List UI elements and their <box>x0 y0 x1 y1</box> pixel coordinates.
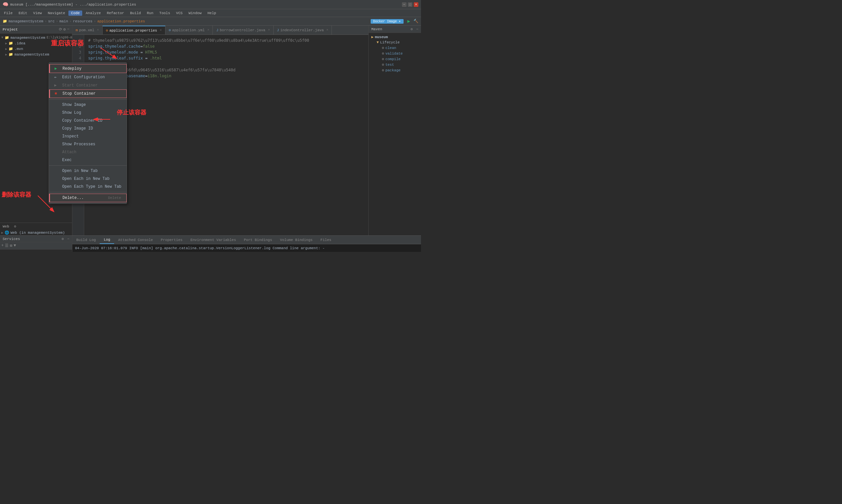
breadcrumb-resources[interactable]: resources <box>73 19 92 23</box>
log-tab-console[interactable]: Attached Console <box>114 236 157 244</box>
tab-yml-label: application.yml <box>172 28 204 32</box>
services-settings-icon[interactable]: ⚙ <box>61 237 64 241</box>
menu-run[interactable]: Run <box>144 11 156 16</box>
ctx-open-each-new-tab[interactable]: Open Each in New Tab <box>49 175 127 183</box>
menu-edit[interactable]: Edit <box>16 11 30 16</box>
menu-view[interactable]: View <box>31 11 44 16</box>
maven-compile[interactable]: ⚙ compile <box>374 56 421 62</box>
svc-filter-icon[interactable]: ▼ <box>14 243 16 248</box>
tree-idea[interactable]: ▶ 📁 .idea <box>0 40 72 46</box>
tab-pom-label: pom.xml <box>79 28 94 32</box>
settings-icon[interactable]: ⚙ <box>64 27 66 32</box>
maven-project-item[interactable]: ▶ museum <box>369 34 421 40</box>
menu-vcs[interactable]: VCS <box>173 11 185 16</box>
maven-close-icon[interactable]: − <box>416 27 418 31</box>
ctx-open-each-type[interactable]: Open Each Type in New Tab <box>49 183 127 191</box>
log-tab-env[interactable]: Environment Variables <box>186 236 240 244</box>
tree-root[interactable]: ▼ 📁 managementSystem E:\lyking90-ma <box>0 35 72 40</box>
ctx-copy-image-id[interactable]: Copy Image ID <box>49 125 127 132</box>
menu-file[interactable]: File <box>1 11 15 16</box>
tab-borrow-icon: J <box>216 28 218 32</box>
menu-bar: File Edit View Navigate Code Analyze Ref… <box>0 9 421 17</box>
log-tab-files[interactable]: Files <box>317 236 335 244</box>
breadcrumb-project[interactable]: managementSystem <box>8 19 43 23</box>
tab-borrow-controller[interactable]: J borrowController.java × <box>213 26 273 35</box>
svc-group-icon[interactable]: ⊞ <box>10 243 12 248</box>
maven-settings-icon[interactable]: ⚙ <box>411 27 413 31</box>
menu-analyze[interactable]: Analyze <box>83 11 103 16</box>
tree-web[interactable]: ▶ 🌐 Web (in managementSystem) <box>0 230 72 235</box>
minimize-button[interactable]: − <box>402 2 407 7</box>
tab-application-yml[interactable]: ⚙ application.yml × <box>165 26 213 35</box>
ctx-stop-container[interactable]: ■ Stop Container <box>49 89 127 98</box>
ctx-show-log[interactable]: Show Log <box>49 109 127 117</box>
tab-bar: m pom.xml × ⚙ application.properties × ⚙… <box>72 26 369 35</box>
menu-tools[interactable]: Tools <box>157 11 173 16</box>
menu-window[interactable]: Window <box>186 11 204 16</box>
code-line-7: spring.messages.basename=i18n.login <box>88 73 364 79</box>
maven-package-label: package <box>386 68 400 72</box>
tab-pom[interactable]: m pom.xml × <box>72 26 103 35</box>
sync-icon[interactable]: ⟳ <box>59 27 62 32</box>
maven-package[interactable]: ⚙ package <box>374 67 421 73</box>
ctx-inspect[interactable]: Inspect <box>49 132 127 140</box>
tab-application-properties[interactable]: ⚙ application.properties × <box>103 26 165 35</box>
tree-mvn[interactable]: ▶ 📁 .mvn <box>0 46 72 52</box>
menu-refactor[interactable]: Refactor <box>104 11 127 16</box>
menu-build[interactable]: Build <box>127 11 143 16</box>
ctx-edit-config[interactable]: ✏ Edit Configuration <box>49 73 127 81</box>
ctx-delete-label: Delete... <box>62 196 84 200</box>
services-close-icon[interactable]: − <box>67 237 69 241</box>
log-tab-volumes[interactable]: Volume Bindings <box>276 236 317 244</box>
bottom-panel: Services ⚙ − + ☰ ⊞ ▼ ✏ ▼ 🐳 Docker <box>0 235 421 252</box>
maven-validate-label: validate <box>386 52 403 56</box>
tab-pom-close[interactable]: × <box>97 28 99 32</box>
ctx-open-new-tab[interactable]: Open in New Tab <box>49 167 127 175</box>
breadcrumb-main[interactable]: main <box>59 19 68 23</box>
menu-help[interactable]: Help <box>205 11 219 16</box>
build-button[interactable]: 🔨 <box>413 19 418 24</box>
ctx-delete[interactable]: Delete... Delete <box>49 194 127 202</box>
menu-navigate[interactable]: Navigate <box>45 11 68 16</box>
maven-validate[interactable]: ⚙ validate <box>374 51 421 56</box>
run-button[interactable]: ▶ <box>408 18 410 24</box>
maven-project-icon: ▶ <box>371 35 374 39</box>
maven-test[interactable]: ⚙ test <box>374 62 421 67</box>
ctx-show-processes[interactable]: Show Processes <box>49 140 127 148</box>
tab-props-close[interactable]: × <box>160 29 162 32</box>
log-tab-build[interactable]: Build Log <box>72 236 100 244</box>
svc-add-icon[interactable]: + <box>1 243 4 248</box>
ctx-edit-icon: ✏ <box>54 75 59 79</box>
ctx-redeploy[interactable]: ▶ Redeploy <box>49 64 127 73</box>
tab-yml-icon: ⚙ <box>169 28 171 32</box>
close-button[interactable]: × <box>414 2 418 7</box>
log-tab-ports[interactable]: Port Bindings <box>240 236 276 244</box>
tab-borrow-close[interactable]: × <box>268 28 270 32</box>
maven-lifecycle-item[interactable]: ▼ Lifecycle <box>374 40 421 45</box>
close-panel-icon[interactable]: − <box>67 27 69 32</box>
breadcrumb-file[interactable]: application.properties <box>97 19 145 23</box>
title-bar-controls[interactable]: − □ × <box>402 2 418 7</box>
ctx-exec[interactable]: Exec <box>49 156 127 164</box>
ctx-copy-container-label: Copy Container ID <box>62 118 102 123</box>
breadcrumb-src[interactable]: src <box>48 19 55 23</box>
tab-index-controller[interactable]: J indexController.java × <box>274 26 332 35</box>
maven-clean[interactable]: ⚙ clean <box>374 45 421 51</box>
ctx-show-image[interactable]: Show Image <box>49 101 127 109</box>
log-tab-properties[interactable]: Properties <box>157 236 186 244</box>
ctx-redeploy-icon: ▶ <box>55 66 60 71</box>
tree-web-label: Web (in managementSystem) <box>11 231 65 235</box>
svc-menu-icon[interactable]: ☰ <box>5 243 8 248</box>
tab-yml-close[interactable]: × <box>207 28 209 32</box>
menu-code[interactable]: Code <box>68 11 82 16</box>
docker-image-dropdown[interactable]: Docker Image ▾ <box>371 19 404 24</box>
tree-management[interactable]: ▶ 📁 managementSystem <box>0 52 72 57</box>
ctx-start-icon: ▶ <box>54 83 59 88</box>
tab-index-close[interactable]: × <box>326 28 328 32</box>
ctx-copy-container-id[interactable]: Copy Container ID <box>49 117 127 125</box>
log-tab-log[interactable]: Log <box>100 236 114 244</box>
log-line-1: 04-Jun-2020 07:16:01.079 INFO [main] org… <box>75 246 418 251</box>
maximize-button[interactable]: □ <box>408 2 412 7</box>
web-settings[interactable]: ⚙ <box>14 224 16 229</box>
services-tree: ✏ ▼ 🐳 Docker ▼ ⊡ Containers /tomcat01 /m… <box>0 250 72 252</box>
